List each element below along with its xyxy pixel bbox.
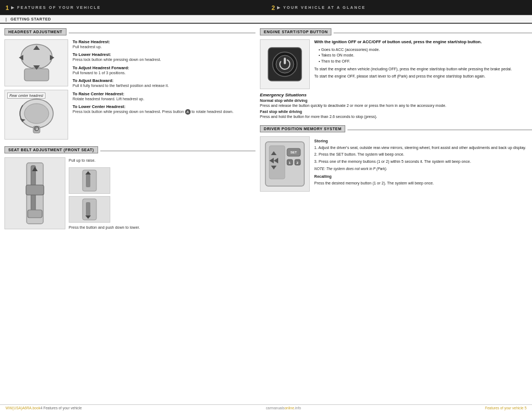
seatbelt-section: SEAT BELT ADJUSTMENT (Front seat) bbox=[4, 146, 255, 229]
driver-section: DRIVER POSITION MEMORY SYSTEM SET 1 bbox=[260, 125, 532, 192]
instruction-lower-body: Press lock button while pressing down on… bbox=[73, 57, 255, 62]
instruction-lower-center-title: To Lower Center Headrest: bbox=[73, 104, 255, 109]
instruction-lower-center-body: Press lock button while pressing down on… bbox=[73, 109, 255, 115]
headrest-image-1 bbox=[4, 39, 68, 86]
driver-step-1: 1. Adjust the driver's seat, outside rea… bbox=[314, 145, 532, 151]
headrest-images: Rear center headrest A bbox=[4, 39, 68, 140]
headrest-image-2: Rear center headrest A bbox=[4, 90, 68, 140]
engine-para1: To start the engine when vehicle (includ… bbox=[314, 66, 532, 72]
breadcrumb: | GETTING STARTED bbox=[0, 16, 532, 24]
seatbelt-title: SEAT BELT ADJUSTMENT (Front seat) bbox=[4, 146, 98, 153]
header-right-text: ▶ YOUR VEHICLE AT A GLANCE bbox=[277, 6, 366, 10]
seatbelt-pull-text: Pull up to raise. bbox=[69, 158, 255, 162]
instruction-forward-title: To Adjust Headrest Forward: bbox=[73, 65, 255, 70]
main-content: HEADREST ADJUSTMENT bbox=[0, 24, 532, 229]
engine-instructions: With the ignition OFF or ACC/OFF of butt… bbox=[314, 39, 532, 89]
footer-center-text: 4 Features of your vehicle bbox=[40, 406, 82, 410]
button-a-indicator: A bbox=[185, 109, 191, 115]
headrest-svg-1 bbox=[9, 41, 64, 85]
engine-option-1: • Goes to ACC (accessories) mode. bbox=[319, 47, 532, 53]
instruction-raise-body: Pull headrest up. bbox=[73, 44, 255, 49]
engine-title: ENGINE START/STOP BUTTON bbox=[260, 28, 331, 35]
footer-left-text: WW(USA)A6RA.book bbox=[6, 406, 40, 410]
svg-rect-16 bbox=[26, 185, 44, 195]
svg-rect-15 bbox=[28, 210, 42, 218]
driver-step-2: 2. Press the SET button. The system will… bbox=[314, 152, 532, 157]
seatbelt-svg-small-1 bbox=[71, 169, 108, 192]
right-column: ENGINE START/STOP BUTTON bbox=[260, 28, 532, 229]
emergency-section: Emergency Situations Normal stop while d… bbox=[260, 93, 532, 120]
svg-rect-19 bbox=[86, 173, 90, 187]
instruction-raise-center: To Raise Center Headrest: Rotate headres… bbox=[73, 91, 255, 101]
instruction-backward: To Adjust Backward: Pull it fully forwar… bbox=[73, 78, 255, 88]
instruction-backward-title: To Adjust Backward: bbox=[73, 78, 255, 83]
seatbelt-image-small-2 bbox=[69, 196, 110, 223]
headrest-instructions: To Raise Headrest: Pull headrest up. To … bbox=[73, 39, 255, 140]
instruction-raise-center-title: To Raise Center Headrest: bbox=[73, 91, 255, 96]
engine-section: ENGINE START/STOP BUTTON bbox=[260, 28, 532, 120]
driver-svg: SET 1 2 bbox=[263, 137, 307, 190]
svg-rect-22 bbox=[86, 202, 90, 216]
storing-title: Storing bbox=[314, 138, 532, 144]
header-right-accent: 2 bbox=[272, 4, 275, 11]
driver-step-3: 3. Press one of the memory buttons (1 or… bbox=[314, 159, 532, 165]
engine-svg bbox=[263, 42, 307, 86]
footer-right-text: Features of your vehicle 5 bbox=[485, 406, 526, 410]
breadcrumb-text: GETTING STARTED bbox=[11, 17, 51, 21]
engine-option-2: • Takes to ON mode. bbox=[319, 53, 532, 58]
engine-option-3: • Then to the OFF. bbox=[319, 59, 532, 64]
fast-stop-title: Fast stop while driving bbox=[260, 110, 532, 114]
seatbelt-image-small-1 bbox=[69, 167, 110, 194]
instruction-lower-title: To Lower Headrest: bbox=[73, 52, 255, 57]
seatbelt-image-large bbox=[4, 157, 65, 229]
headrest-svg-2: A bbox=[9, 94, 64, 136]
headrest-image-2-label: Rear center headrest bbox=[7, 93, 45, 99]
headrest-section: HEADREST ADJUSTMENT bbox=[4, 28, 255, 140]
driver-note: NOTE: The system does not work in P (Par… bbox=[314, 166, 532, 171]
footer-brand: carmanualsonline.info bbox=[82, 406, 485, 410]
driver-image: SET 1 2 bbox=[260, 136, 310, 192]
instruction-raise-center-body: Rotate headrest forward. Lift headrest u… bbox=[73, 96, 255, 101]
headrest-content: Rear center headrest A bbox=[4, 39, 255, 140]
normal-stop-title: Normal stop while driving bbox=[260, 99, 532, 102]
seatbelt-svg-small-2 bbox=[71, 198, 108, 221]
seatbelt-svg-large bbox=[10, 160, 60, 227]
engine-para2: To start the engine OFF, please start le… bbox=[314, 74, 532, 79]
svg-rect-2 bbox=[24, 69, 49, 81]
header-right: 2 ▶ YOUR VEHICLE AT A GLANCE bbox=[266, 0, 532, 15]
footer: WW(USA)A6RA.book 4 Features of your vehi… bbox=[0, 404, 532, 411]
instruction-raise: To Raise Headrest: Pull headrest up. bbox=[73, 39, 255, 49]
header-left: 1 ▶ FEATURES OF YOUR VEHICLE bbox=[0, 0, 266, 15]
seatbelt-press-text: Press the button and push down to lower. bbox=[69, 225, 255, 229]
instruction-lower: To Lower Headrest: Press lock button whi… bbox=[73, 52, 255, 62]
instruction-lower-center: To Lower Center Headrest: Press lock but… bbox=[73, 104, 255, 115]
seatbelt-text-col: Pull up to raise. bbox=[69, 157, 255, 229]
driver-content: SET 1 2 Storing 1. Adjust the drive bbox=[260, 136, 532, 192]
svg-text:A: A bbox=[36, 127, 38, 131]
fast-stop-body: Press and hold the button for more than … bbox=[260, 114, 532, 119]
instruction-forward-body: Pull forward to 1 of 3 positions. bbox=[73, 70, 255, 75]
seatbelt-small-images bbox=[69, 167, 255, 223]
engine-intro-title: With the ignition OFF or ACC/OFF of butt… bbox=[314, 39, 532, 45]
svg-rect-28 bbox=[284, 58, 286, 64]
recalling-body: Press the desired memory button (1 or 2)… bbox=[314, 181, 532, 186]
normal-stop-body: Press and release the button quickly to … bbox=[260, 103, 532, 108]
left-column: HEADREST ADJUSTMENT bbox=[4, 28, 255, 229]
header-left-accent: 1 bbox=[6, 4, 9, 11]
svg-text:SET: SET bbox=[290, 151, 297, 154]
recalling-title: Recalling bbox=[314, 174, 532, 179]
driver-title: DRIVER POSITION MEMORY SYSTEM bbox=[260, 125, 345, 132]
headrest-title: HEADREST ADJUSTMENT bbox=[4, 28, 66, 35]
driver-instructions: Storing 1. Adjust the driver's seat, out… bbox=[314, 136, 532, 192]
emergency-title: Emergency Situations bbox=[260, 93, 532, 97]
instruction-raise-title: To Raise Headrest: bbox=[73, 39, 255, 44]
header: 1 ▶ FEATURES OF YOUR VEHICLE 2 ▶ YOUR VE… bbox=[0, 0, 532, 16]
instruction-forward: To Adjust Headrest Forward: Pull forward… bbox=[73, 65, 255, 75]
instruction-backward-body: Pull it fully forward to the farthest po… bbox=[73, 83, 255, 88]
svg-point-8 bbox=[24, 104, 49, 124]
engine-content: With the ignition OFF or ACC/OFF of butt… bbox=[260, 39, 532, 89]
header-left-text: ▶ FEATURES OF YOUR VEHICLE bbox=[11, 6, 101, 10]
seatbelt-content: Pull up to raise. bbox=[4, 157, 255, 229]
engine-button-image bbox=[260, 39, 310, 89]
